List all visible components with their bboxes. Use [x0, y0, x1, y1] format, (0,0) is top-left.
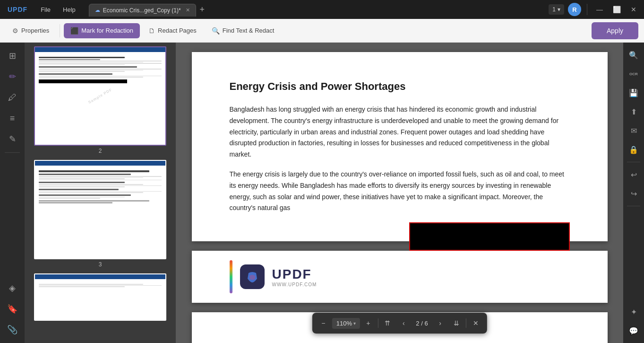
find-text-label: Find Text & Redact: [223, 27, 275, 34]
search-icon[interactable]: 🔍: [625, 46, 642, 63]
right-sep-2: [627, 206, 640, 206]
find-icon: 🔍: [212, 27, 220, 35]
pdf-page-2: Energy Crisis and Power Shortages Bangla…: [192, 52, 608, 241]
nav-separator-2: [466, 318, 466, 328]
sidebar-organize-icon[interactable]: ≡: [3, 109, 22, 128]
paragraph-2: The energy crisis is largely due to the …: [230, 169, 570, 214]
tab-close-icon[interactable]: ✕: [186, 7, 190, 13]
toolbar: ⚙ Properties ⬛ Mark for Redaction 🗋 Reda…: [0, 19, 644, 43]
tab-label: Economic Cris...ged_Copy (1)*: [103, 7, 181, 14]
sidebar-thumbnail-icon[interactable]: ⊞: [3, 46, 22, 65]
mark-redaction-button[interactable]: ⬛ Mark for Redaction: [64, 23, 140, 38]
app-logo: UPDF: [4, 6, 31, 13]
right-sidebar: 🔍 OCR 💾 ⬆ ✉ 🔒 ↩ ↪ ✦ 💬: [623, 43, 644, 343]
thumbnail-page-2[interactable]: Sample PDF 2: [28, 46, 172, 154]
titlebar-separator: [587, 4, 587, 15]
page-display: 2 / 6: [412, 320, 431, 327]
close-button[interactable]: ✕: [627, 3, 640, 16]
email-icon[interactable]: ✉: [625, 122, 642, 139]
reserves-text: reserves, which have historically been a…: [230, 341, 570, 343]
thumb-page-4-img[interactable]: [34, 273, 166, 321]
community-icon[interactable]: ✦: [625, 303, 642, 320]
sidebar-edit-icon[interactable]: ✏: [3, 67, 22, 86]
thumb-page-2-label: 2: [99, 148, 102, 154]
zoom-display: 110% ▾: [332, 318, 360, 329]
apply-button[interactable]: Apply: [592, 22, 638, 39]
new-tab-button[interactable]: +: [196, 5, 209, 15]
redact-pages-label: Redact Pages: [158, 27, 197, 34]
redact-pages-icon: 🗋: [148, 27, 155, 35]
paragraph-1: Bangladesh has long struggled with an en…: [230, 104, 570, 160]
right-sep-1: [627, 162, 640, 162]
main-area: ⊞ ✏ 🖊 ≡ ✎ ◈ 🔖 📎: [0, 43, 644, 343]
comment-icon[interactable]: 💬: [625, 322, 642, 339]
sidebar-separator: [5, 152, 20, 153]
mark-redaction-label: Mark for Redaction: [81, 27, 133, 34]
menu-help[interactable]: Help: [57, 4, 81, 15]
thumb-page-3-label: 3: [99, 261, 102, 268]
left-sidebar: ⊞ ✏ 🖊 ≡ ✎ ◈ 🔖 📎: [0, 43, 25, 343]
export-icon[interactable]: ⬆: [625, 103, 642, 120]
page-dropdown-arrow: ▾: [558, 6, 560, 13]
thumbnails-panel: Sample PDF 2: [25, 43, 176, 343]
sidebar-highlight-icon[interactable]: 🖊: [3, 88, 22, 107]
redo-icon[interactable]: ↪: [625, 185, 642, 202]
updf-logo-icon: [240, 264, 265, 289]
properties-button[interactable]: ⚙ Properties: [6, 23, 56, 38]
redact-pages-button[interactable]: 🗋 Redact Pages: [142, 23, 203, 38]
logo-text: UPDF: [8, 6, 27, 13]
properties-icon: ⚙: [12, 27, 18, 35]
last-page-button[interactable]: ⇊: [449, 316, 464, 331]
titlebar: UPDF File Help ☁ Economic Cris...ged_Cop…: [0, 0, 644, 19]
thumb-page-2-img[interactable]: Sample PDF: [34, 46, 166, 146]
page-title: Energy Crisis and Power Shortages: [230, 80, 570, 93]
maximize-button[interactable]: ⬜: [610, 3, 623, 16]
updf-website: WWW.UPDF.COM: [272, 282, 317, 287]
redaction-block: [409, 222, 570, 251]
thumbnail-watermark: Sample PDF: [87, 88, 113, 105]
tab-bar: ☁ Economic Cris...ged_Copy (1)* ✕ +: [89, 3, 545, 16]
next-page-button[interactable]: ›: [433, 316, 448, 331]
user-avatar[interactable]: R: [568, 3, 581, 16]
prev-page-button[interactable]: ‹: [396, 316, 411, 331]
sidebar-attachment-icon[interactable]: 📎: [3, 320, 22, 339]
zoom-value: 110%: [335, 320, 352, 327]
thumbnail-page-4[interactable]: [28, 273, 172, 321]
cloud-icon: ☁: [95, 7, 100, 13]
sidebar-bookmark-icon[interactable]: 🔖: [3, 299, 22, 318]
sidebar-layers-icon[interactable]: ◈: [3, 279, 22, 298]
document-tab[interactable]: ☁ Economic Cris...ged_Copy (1)* ✕: [89, 4, 196, 17]
updf-logo-text: UPDF WWW.UPDF.COM: [272, 267, 317, 287]
updf-logo-overlay: UPDF WWW.UPDF.COM: [192, 251, 608, 303]
pdf-viewer[interactable]: Energy Crisis and Power Shortages Bangla…: [176, 43, 623, 343]
nav-separator-1: [378, 318, 378, 328]
menu-bar: File Help: [35, 4, 81, 15]
close-nav-button[interactable]: ✕: [468, 316, 483, 331]
security-icon[interactable]: 🔒: [625, 141, 642, 158]
bottom-navigation: − 110% ▾ + ⇈ ‹ 2 / 6 › ⇊ ✕: [312, 313, 487, 334]
zoom-out-button[interactable]: −: [316, 316, 331, 331]
find-text-redact-button[interactable]: 🔍 Find Text & Redact: [205, 23, 281, 38]
minimize-button[interactable]: —: [593, 3, 606, 16]
thumbnail-page-3[interactable]: 3: [28, 160, 172, 268]
menu-file[interactable]: File: [35, 4, 56, 15]
current-page-num: 1: [552, 6, 556, 13]
thumb-page-3-img[interactable]: [34, 160, 166, 259]
undo-icon[interactable]: ↩: [625, 166, 642, 183]
sidebar-form-icon[interactable]: ✎: [3, 130, 22, 149]
ocr-icon[interactable]: OCR: [625, 65, 642, 82]
zoom-in-button[interactable]: +: [361, 316, 376, 331]
first-page-button[interactable]: ⇈: [380, 316, 395, 331]
updf-name: UPDF: [272, 267, 317, 282]
updf-logo-bar: [230, 260, 232, 293]
mark-icon: ⬛: [70, 27, 78, 35]
properties-label: Properties: [21, 27, 49, 34]
toolbar-sep-1: [60, 24, 60, 37]
zoom-dropdown-arrow[interactable]: ▾: [353, 321, 356, 326]
save-as-icon[interactable]: 💾: [625, 84, 642, 101]
page-number-control[interactable]: 1 ▾: [549, 4, 564, 15]
